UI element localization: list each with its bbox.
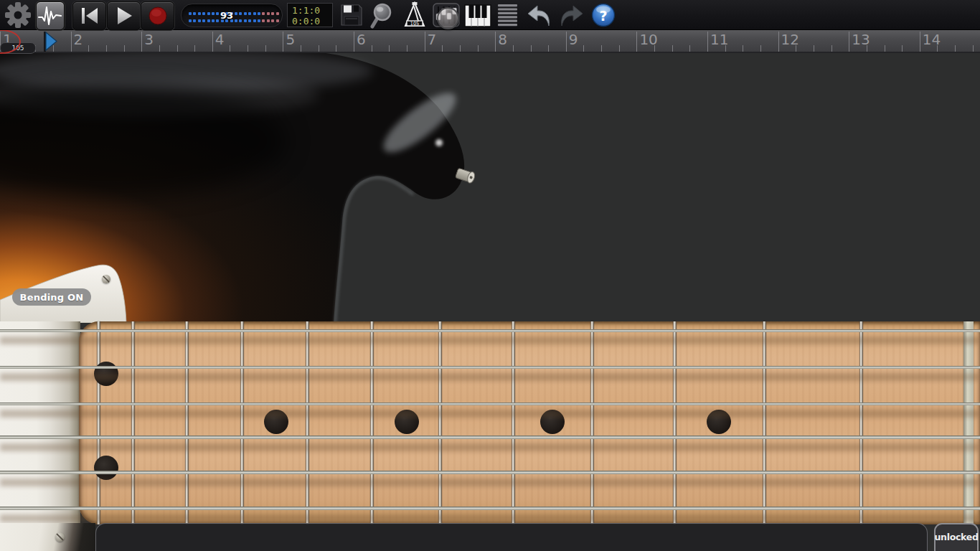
fret-wire <box>97 321 100 524</box>
volume-value: 93 <box>182 10 272 21</box>
time-secondary: 0:0:0 <box>292 16 332 27</box>
beat-tick <box>88 45 89 52</box>
guitar-body-photo <box>0 51 545 323</box>
waveform-tool-button[interactable] <box>36 1 65 30</box>
fretboard[interactable] <box>0 321 980 524</box>
record-icon <box>148 6 168 26</box>
fret-wire <box>673 321 677 524</box>
string-shadow <box>0 443 980 451</box>
play-icon <box>115 6 133 25</box>
undo-icon <box>526 4 555 27</box>
beat-tick <box>230 45 230 52</box>
string-shadow <box>0 373 980 381</box>
measure-label: 6 <box>357 31 366 48</box>
fret-wire <box>590 321 594 524</box>
fret-wire <box>859 321 863 524</box>
string-shadow <box>0 336 980 344</box>
beat-tick <box>407 45 407 52</box>
redo-button[interactable] <box>556 4 585 27</box>
measure-line <box>566 32 567 52</box>
help-button[interactable]: ? <box>591 3 616 27</box>
zoom-button[interactable] <box>370 3 395 29</box>
pickguard-screw <box>55 532 65 542</box>
guitar-string-3[interactable] <box>0 402 980 405</box>
beat-tick <box>336 45 336 52</box>
beat-tick <box>937 45 938 52</box>
beat-tick <box>672 45 673 52</box>
beat-tick <box>814 45 814 52</box>
metronome-icon: 105 <box>400 1 429 29</box>
metronome-button[interactable]: 105 <box>400 1 429 29</box>
beat-tick <box>124 45 125 52</box>
fret-wire <box>131 321 135 524</box>
beat-tick <box>531 45 532 52</box>
measure-label: 4 <box>215 31 225 48</box>
guitar-string-4[interactable] <box>0 435 980 439</box>
svg-text:?: ? <box>599 8 607 24</box>
menu-lines-icon <box>497 4 519 27</box>
fret-wire <box>370 321 374 524</box>
save-button[interactable] <box>339 3 364 27</box>
beat-tick <box>885 45 885 52</box>
string-shadow <box>0 479 980 486</box>
guitar-app-window: 93 1:1:0 0:0:0 <box>0 0 980 551</box>
tempo-badge[interactable]: 105 <box>0 42 36 54</box>
toolbar: 93 1:1:0 0:0:0 <box>0 0 980 30</box>
guitar-string-2[interactable] <box>0 366 980 369</box>
beat-tick <box>159 45 160 52</box>
guitar-string-1[interactable] <box>0 329 980 332</box>
skip-to-start-button[interactable] <box>72 1 106 30</box>
fret-wire <box>512 321 515 524</box>
beat-tick <box>513 45 514 52</box>
beat-tick <box>478 45 479 52</box>
bending-status-badge: Bending ON <box>12 288 91 306</box>
measure-line <box>495 32 496 52</box>
beat-tick <box>389 45 390 52</box>
volume-knob[interactable] <box>437 7 459 29</box>
guitar-string-5[interactable] <box>0 471 980 474</box>
volume-dot <box>276 19 279 22</box>
beat-tick <box>760 45 761 52</box>
guitar-string-6[interactable] <box>0 507 980 510</box>
wood-grain <box>79 321 980 524</box>
menu-button[interactable] <box>497 4 519 27</box>
play-button[interactable] <box>107 1 141 30</box>
waveform-icon <box>37 3 63 29</box>
beat-tick <box>301 45 301 52</box>
magnifier-icon <box>370 3 395 29</box>
unlocked-button[interactable]: unlocked <box>934 523 979 551</box>
beat-tick <box>867 45 867 52</box>
measure-line <box>636 32 637 52</box>
beat-tick <box>177 45 178 52</box>
timeline-ruler[interactable]: 1234567891011121314 105 <box>0 29 980 53</box>
tablature-input-bar[interactable] <box>95 523 928 551</box>
record-button[interactable] <box>141 1 174 30</box>
fret-marker-dot <box>94 456 118 480</box>
measure-line <box>920 32 920 52</box>
beat-tick <box>319 45 319 52</box>
measure-label: 9 <box>569 31 578 48</box>
volume-slider[interactable]: 93 <box>181 4 283 27</box>
beat-tick <box>743 45 743 52</box>
settings-button[interactable] <box>4 1 32 29</box>
measure-label: 3 <box>144 31 154 48</box>
beat-tick <box>689 45 690 52</box>
beat-tick <box>973 45 974 52</box>
measure-line <box>425 32 425 52</box>
measure-label: 8 <box>498 31 507 48</box>
bottom-left-pickguard <box>0 523 95 551</box>
beat-tick <box>442 45 443 52</box>
beat-tick <box>955 45 956 52</box>
beat-tick <box>194 45 195 52</box>
beat-tick <box>548 45 549 52</box>
beat-tick <box>902 45 903 52</box>
beat-tick <box>460 45 461 52</box>
beat-tick <box>654 45 655 52</box>
beat-tick <box>831 45 832 52</box>
beat-tick <box>106 45 107 52</box>
time-display: 1:1:0 0:0:0 <box>287 3 333 27</box>
playhead-marker[interactable] <box>44 32 58 52</box>
undo-button[interactable] <box>526 4 555 27</box>
piano-button[interactable] <box>464 4 491 27</box>
beat-tick <box>601 45 602 52</box>
